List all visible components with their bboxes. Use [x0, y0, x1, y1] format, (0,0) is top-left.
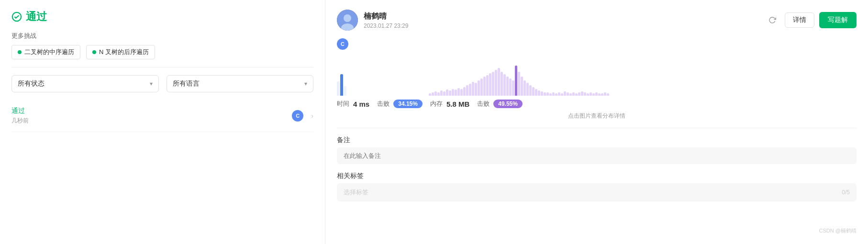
submission-list: 通过 几秒前 C › [11, 100, 313, 132]
chart-bar [337, 81, 340, 96]
mem-chart-bar [501, 72, 503, 96]
mem-chart-bar [432, 92, 434, 96]
mem-chart-bar [469, 84, 471, 96]
mem-chart-bar [483, 77, 486, 96]
tags-label: 相关标签 [337, 172, 857, 180]
mem-chart-bar [518, 72, 520, 96]
submission-item[interactable]: 通过 几秒前 C › [11, 100, 313, 132]
right-panel: 楠鹤晴 2023.01.27 23:29 详情 写题解 C [325, 0, 868, 244]
notes-label: 备注 [337, 136, 857, 144]
mem-chart-bar [429, 93, 431, 96]
challenge-tags: 二叉树的中序遍历 N 叉树的后序遍历 [11, 45, 313, 59]
status-filter-label: 所有状态 [18, 79, 45, 88]
mem-chart-bar [466, 85, 468, 96]
dot-icon-1 [92, 50, 96, 54]
notes-input[interactable] [337, 147, 857, 164]
check-circle-icon [11, 11, 22, 22]
lang-filter[interactable]: 所有语言 ▾ [167, 75, 314, 92]
mem-chart-bar [529, 85, 532, 96]
mem-chart-bar [443, 91, 445, 96]
mem-chart-bar [567, 92, 569, 96]
metric-beat-mem: 击败 49.55% [477, 100, 523, 108]
chart-hint: 点击图片查看分布详情 [337, 112, 857, 120]
challenge-tag-0[interactable]: 二叉树的中序遍历 [11, 45, 80, 59]
tags-select[interactable]: 选择标签 0/5 [337, 183, 857, 201]
mem-chart-bar [503, 74, 506, 96]
tags-section: 相关标签 选择标签 0/5 [337, 172, 857, 201]
chart-bar [344, 86, 346, 96]
dot-icon-0 [18, 50, 22, 54]
mem-chart-bar [581, 91, 583, 96]
mem-chart-bar [538, 90, 540, 96]
time-chart-area [337, 67, 413, 96]
mem-chart-bar [523, 80, 526, 96]
mem-chart-bar [480, 78, 483, 96]
time-value: 4 ms [353, 100, 369, 108]
mem-chart-bar [452, 89, 454, 96]
filters: 所有状态 ▾ 所有语言 ▾ [11, 75, 313, 92]
left-panel: 通过 更多挑战 二叉树的中序遍历 N 叉树的后序遍历 所有状态 ▾ 所有语言 ▾ [0, 0, 325, 244]
time-label: 时间 [337, 100, 349, 108]
mem-chart-bar [598, 93, 601, 96]
mem-chart-bar [512, 80, 514, 96]
mem-chart-bar [607, 93, 609, 96]
mem-chart-bar [437, 92, 440, 96]
mem-chart-bar [460, 89, 463, 96]
mem-chart-bar [463, 87, 466, 96]
mem-chart-bar [604, 92, 606, 96]
mem-chart-bar [492, 72, 494, 96]
metric-beat-time: 击败 34.15% [377, 100, 423, 108]
mem-chart-bar [449, 90, 451, 96]
mem-chart-bar [475, 83, 477, 96]
lang-filter-label: 所有语言 [173, 79, 200, 88]
metric-memory: 内存 5.8 MB [430, 100, 469, 108]
submission-lang-badge: C [292, 110, 303, 122]
refresh-icon [768, 16, 776, 24]
submission-chevron-icon: › [311, 112, 313, 120]
mem-chart-bar [515, 66, 517, 96]
memory-chart-area [429, 57, 857, 96]
refresh-button[interactable] [765, 12, 780, 28]
submission-status: 通过 [11, 107, 292, 115]
mem-chart-bar [578, 92, 580, 96]
metrics-row: 时间 4 ms 击败 34.15% 内存 5.8 MB 击败 49.55% [337, 100, 857, 108]
write-solution-button[interactable]: 写题解 [819, 12, 857, 28]
mem-chart-bar [544, 92, 546, 96]
user-date: 2023.01.27 23:29 [364, 22, 759, 29]
memory-label: 内存 [430, 100, 443, 108]
mem-chart-bar [592, 93, 595, 96]
memory-value: 5.8 MB [446, 100, 469, 108]
detail-button[interactable]: 详情 [785, 12, 814, 28]
mem-chart-bar [455, 89, 457, 96]
footer-credit: CSDN @楠鹤晴 [337, 227, 857, 234]
chevron-down-icon-lang: ▾ [304, 80, 307, 87]
divider-1 [11, 67, 313, 67]
mem-chart-bar [434, 91, 437, 96]
mem-chart-bar [595, 92, 598, 96]
mem-chart-bar [549, 93, 552, 96]
mem-chart-bar [506, 77, 509, 96]
pass-header: 通过 [11, 10, 313, 24]
challenge-tag-label-0: 二叉树的中序遍历 [24, 48, 74, 56]
mem-chart-bar [521, 77, 523, 96]
mem-chart-bar [509, 78, 512, 96]
mem-chart-bar [440, 90, 443, 96]
mem-chart-bar [535, 89, 537, 96]
status-filter[interactable]: 所有状态 ▾ [11, 75, 159, 92]
mem-chart-bar [486, 75, 489, 96]
mem-chart-bar [558, 92, 560, 96]
user-info: 楠鹤晴 2023.01.27 23:29 [364, 11, 759, 29]
beat-time-badge: 34.15% [393, 100, 423, 108]
mem-chart-bar [587, 93, 589, 96]
avatar [337, 10, 358, 31]
metric-time: 时间 4 ms [337, 100, 369, 108]
beat-time-label: 击败 [377, 100, 389, 108]
performance-section: 时间 4 ms 击败 34.15% 内存 5.8 MB 击败 49.55% 点击… [337, 57, 857, 120]
avatar-svg [337, 10, 358, 31]
tags-placeholder: 选择标签 [344, 188, 368, 197]
submission-info: 通过 几秒前 [11, 107, 292, 125]
user-header: 楠鹤晴 2023.01.27 23:29 详情 写题解 [337, 10, 857, 31]
mem-chart-bar [555, 93, 557, 96]
challenge-tag-1[interactable]: N 叉树的后序遍历 [86, 45, 155, 59]
mem-chart-bar [541, 91, 543, 96]
